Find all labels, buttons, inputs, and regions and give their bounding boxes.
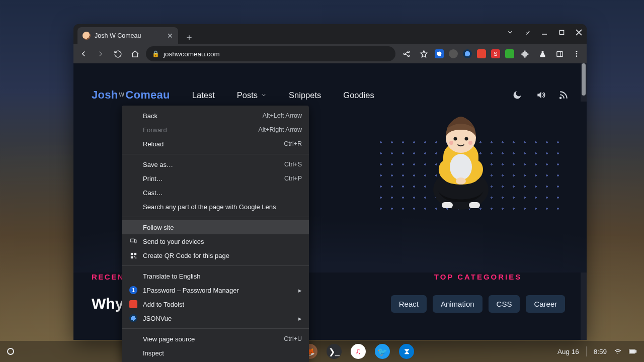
context-menu-item[interactable]: Translate to English: [122, 269, 309, 283]
context-menu-item[interactable]: JSONVue▸: [122, 311, 309, 325]
svg-rect-1: [559, 30, 564, 34]
window-close-button[interactable]: [575, 28, 583, 36]
context-menu: BackAlt+Left ArrowForwardAlt+Right Arrow…: [122, 106, 309, 362]
pin-icon[interactable]: [523, 28, 531, 36]
svg-point-14: [560, 98, 561, 99]
context-menu-label: Inspect: [143, 349, 302, 357]
reload-button[interactable]: [112, 48, 124, 60]
context-menu-item[interactable]: Follow site: [122, 220, 309, 234]
taskbar: 📁 🦊 ❯_ ♫ 🐦 ⧗ Aug 16 8:59: [0, 341, 644, 362]
context-menu-item[interactable]: Create QR Code for this page: [122, 248, 309, 262]
back-button[interactable]: [77, 48, 90, 60]
toolbar-actions: S: [400, 48, 583, 60]
nav-snippets[interactable]: Snippets: [289, 90, 321, 100]
svg-line-7: [405, 52, 408, 54]
site-header: Josh W Comeau Latest Posts Snippets Good…: [73, 63, 587, 102]
dock-terminal-icon[interactable]: ❯_: [327, 344, 342, 359]
context-menu-label: JSONVue: [143, 315, 293, 322]
logo-part2: Comeau: [125, 88, 170, 102]
chip-react[interactable]: React: [391, 295, 427, 313]
forward-button[interactable]: [95, 48, 107, 60]
tab-search-button[interactable]: [506, 28, 514, 36]
context-menu-item[interactable]: Inspect: [122, 346, 309, 360]
labs-button[interactable]: [536, 48, 548, 60]
rss-icon[interactable]: [558, 90, 569, 100]
submenu-arrow-icon: ▸: [298, 315, 302, 322]
share-button[interactable]: [400, 48, 413, 60]
context-menu-item[interactable]: Send to your devices: [122, 234, 309, 248]
nav-latest[interactable]: Latest: [192, 90, 215, 100]
nav-goodies[interactable]: Goodies: [343, 90, 374, 100]
context-menu-item[interactable]: ReloadCtrl+R: [122, 137, 309, 151]
context-menu-item[interactable]: Save as…Ctrl+S: [122, 157, 309, 171]
context-menu-label: Cast…: [143, 189, 302, 197]
bookmark-button[interactable]: [418, 48, 430, 60]
context-menu-label: Send to your devices: [143, 238, 302, 245]
lock-icon: 🔒: [152, 50, 159, 57]
context-menu-accelerator: Alt+Left Arrow: [263, 112, 302, 119]
submenu-arrow-icon: ▸: [298, 287, 302, 294]
context-menu-item[interactable]: Search any part of the page with Google …: [122, 200, 309, 214]
browser-menu-button[interactable]: [571, 48, 583, 60]
extension-jsonvue-icon[interactable]: [463, 49, 472, 58]
address-bar[interactable]: 🔒 joshwcomeau.com: [146, 46, 395, 61]
context-menu-label: Back: [143, 112, 258, 120]
svg-point-13: [576, 55, 578, 57]
1password-icon: 1: [129, 286, 138, 294]
sidepanel-button[interactable]: [553, 48, 566, 60]
extension-block-icon[interactable]: [449, 49, 458, 58]
logo-part1: Josh: [92, 88, 118, 102]
chip-career[interactable]: Career: [526, 295, 565, 313]
context-menu-item[interactable]: Add to Todoist: [122, 297, 309, 311]
svg-rect-25: [130, 239, 134, 242]
new-tab-button[interactable]: ＋: [182, 30, 196, 44]
svg-point-12: [576, 53, 578, 55]
context-menu-label: 1Password – Password Manager: [143, 287, 293, 294]
site-logo[interactable]: Josh W Comeau: [92, 88, 170, 102]
tab-close-button[interactable]: ✕: [167, 32, 173, 40]
browser-toolbar: 🔒 joshwcomeau.com S: [73, 44, 587, 63]
dock-twitter-icon[interactable]: 🐦: [375, 344, 390, 359]
jsonvue-icon: [129, 314, 138, 322]
browser-tab[interactable]: Josh W Comeau ✕: [77, 27, 178, 44]
battery-icon: [629, 348, 637, 355]
context-menu-item[interactable]: 11Password – Password Manager▸: [122, 283, 309, 297]
context-menu-accelerator: Ctrl+R: [284, 140, 302, 147]
todoist-icon: [129, 300, 138, 308]
extension-green-icon[interactable]: [505, 49, 514, 58]
context-menu-item[interactable]: BackAlt+Left Arrow: [122, 109, 309, 123]
dock-vscode-icon[interactable]: ⧗: [399, 344, 414, 359]
extensions-button[interactable]: [519, 48, 531, 60]
context-menu-item[interactable]: View page sourceCtrl+U: [122, 332, 309, 346]
extension-todoist-icon[interactable]: [477, 49, 486, 58]
context-menu-label: Print…: [143, 175, 279, 183]
chip-css[interactable]: CSS: [489, 295, 520, 313]
svg-rect-30: [134, 256, 135, 257]
context-menu-label: Search any part of the page with Google …: [143, 203, 302, 211]
context-menu-accelerator: Alt+Right Arrow: [259, 126, 302, 133]
sound-icon[interactable]: [535, 90, 545, 100]
dark-mode-icon[interactable]: [512, 90, 522, 100]
system-tray[interactable]: Aug 16 8:59: [557, 346, 637, 356]
context-menu-label: Follow site: [143, 224, 302, 231]
devices-icon: [129, 237, 138, 245]
nav-posts[interactable]: Posts: [237, 90, 267, 100]
favicon-icon: [83, 32, 91, 40]
window-maximize-button[interactable]: [557, 28, 566, 36]
scrollbar-thumb[interactable]: [582, 63, 586, 96]
context-menu-item[interactable]: Cast…: [122, 186, 309, 200]
context-menu-accelerator: Ctrl+P: [284, 175, 302, 182]
window-controls: [506, 28, 583, 36]
launcher-button[interactable]: [7, 348, 14, 355]
svg-rect-9: [556, 51, 562, 56]
context-menu-item[interactable]: Print…Ctrl+P: [122, 171, 309, 186]
home-button[interactable]: [129, 48, 141, 60]
context-menu-label: Create QR Code for this page: [143, 252, 302, 259]
svg-rect-34: [630, 350, 634, 352]
window-minimize-button[interactable]: [540, 28, 548, 36]
svg-rect-26: [135, 240, 136, 243]
extension-s-icon[interactable]: S: [491, 49, 500, 58]
chip-animation[interactable]: Animation: [433, 295, 482, 313]
extension-1password-icon[interactable]: [435, 49, 444, 58]
dock-music-icon[interactable]: ♫: [351, 344, 366, 359]
